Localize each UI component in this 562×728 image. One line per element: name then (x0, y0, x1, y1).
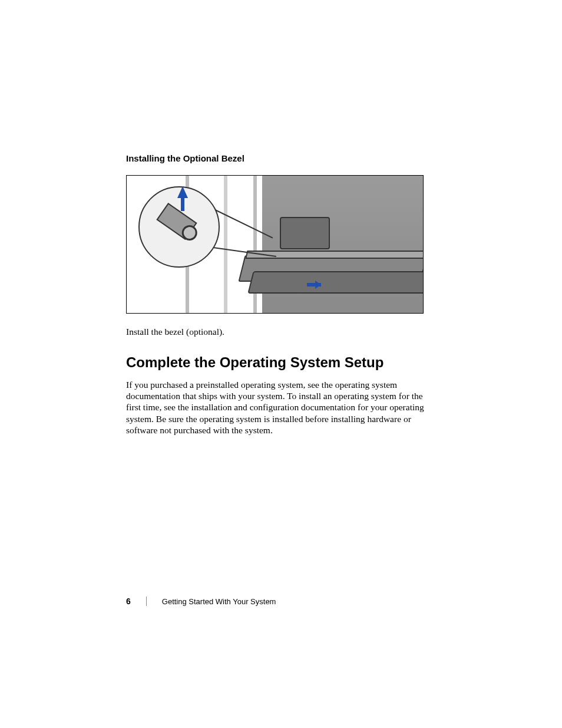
footer-divider (146, 597, 147, 606)
page-content: Installing the Optional Bezel Install th… (126, 153, 437, 436)
section-title: Complete the Operating System Setup (126, 354, 437, 371)
front-bezel (247, 271, 424, 294)
bezel-install-figure (126, 175, 424, 314)
running-title: Getting Started With Your System (162, 597, 276, 606)
monitor-icon (280, 217, 330, 249)
section-paragraph: If you purchased a preinstalled operatin… (126, 379, 437, 436)
insert-arrow-icon (315, 281, 321, 289)
subsection-title: Installing the Optional Bezel (126, 153, 437, 163)
page-footer: 6 Getting Started With Your System (126, 597, 276, 606)
page-number: 6 (126, 597, 131, 606)
body-text: Install the bezel (optional). (126, 327, 437, 338)
rack-post-left-inner (224, 176, 227, 313)
key-turn-arrow-icon (177, 186, 188, 198)
